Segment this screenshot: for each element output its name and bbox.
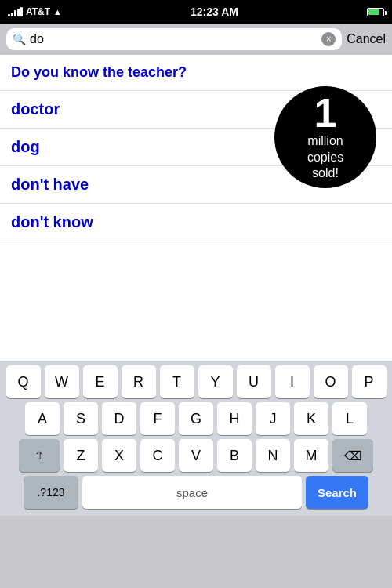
keyboard-bottom-row: .?123spaceSearch	[3, 476, 389, 509]
key-n[interactable]: N	[256, 439, 290, 472]
key-t[interactable]: T	[160, 365, 194, 398]
key-f[interactable]: F	[140, 402, 175, 435]
key-o[interactable]: O	[314, 365, 348, 398]
key-z[interactable]: Z	[64, 439, 98, 472]
shift-key[interactable]: ⇧	[19, 439, 60, 472]
delete-key[interactable]: ⌫	[332, 439, 373, 472]
key-x[interactable]: X	[102, 439, 136, 472]
status-time: 12:23 AM	[191, 5, 238, 18]
content-area: Do you know the teacher?doctordogdon't h…	[0, 55, 392, 361]
cancel-button[interactable]: Cancel	[347, 32, 386, 46]
status-bar: AT&T ▲ 12:23 AM	[0, 0, 392, 24]
keyboard: QWERTYUIOP ASDFGHJKL ⇧ZXCVBNM⌫ .?123spac…	[0, 361, 392, 516]
carrier-label: AT&T	[26, 6, 50, 17]
search-input-wrapper: 🔍 ×	[6, 28, 342, 50]
promo-badge: 1 million copies sold!	[274, 86, 376, 188]
suggestion-item[interactable]: don't know	[0, 204, 392, 241]
status-right	[367, 8, 384, 16]
search-bar: 🔍 × Cancel	[0, 24, 392, 55]
key-w[interactable]: W	[45, 365, 79, 398]
key-e[interactable]: E	[83, 365, 118, 398]
keyboard-row-3: ⇧ZXCVBNM⌫	[3, 439, 389, 472]
key-v[interactable]: V	[179, 439, 213, 472]
space-key[interactable]: space	[82, 476, 302, 509]
key-a[interactable]: A	[25, 402, 60, 435]
battery-icon	[367, 8, 384, 16]
keyboard-row-1: QWERTYUIOP	[3, 365, 389, 398]
key-d[interactable]: D	[102, 402, 136, 435]
key-c[interactable]: C	[140, 439, 175, 472]
badge-number: 1	[314, 93, 337, 133]
badge-text: million copies sold!	[307, 133, 343, 182]
key-q[interactable]: Q	[6, 365, 41, 398]
clear-button[interactable]: ×	[321, 32, 336, 46]
key-u[interactable]: U	[237, 365, 271, 398]
key-h[interactable]: H	[217, 402, 252, 435]
key-g[interactable]: G	[179, 402, 213, 435]
wifi-icon: ▲	[53, 7, 62, 16]
key-k[interactable]: K	[294, 402, 328, 435]
search-input[interactable]	[30, 32, 318, 46]
key-s[interactable]: S	[64, 402, 98, 435]
numbers-key[interactable]: .?123	[24, 476, 78, 509]
search-key[interactable]: Search	[306, 476, 368, 509]
suggestion-item[interactable]: Do you know the teacher?	[0, 55, 392, 91]
search-icon: 🔍	[13, 33, 26, 45]
key-j[interactable]: J	[256, 402, 290, 435]
key-p[interactable]: P	[352, 365, 387, 398]
key-y[interactable]: Y	[198, 365, 233, 398]
key-l[interactable]: L	[332, 402, 367, 435]
key-i[interactable]: I	[275, 365, 310, 398]
signal-bars-icon	[8, 7, 23, 16]
key-b[interactable]: B	[217, 439, 252, 472]
keyboard-row-2: ASDFGHJKL	[3, 402, 389, 435]
status-left: AT&T ▲	[8, 6, 62, 17]
key-m[interactable]: M	[294, 439, 328, 472]
key-r[interactable]: R	[122, 365, 156, 398]
